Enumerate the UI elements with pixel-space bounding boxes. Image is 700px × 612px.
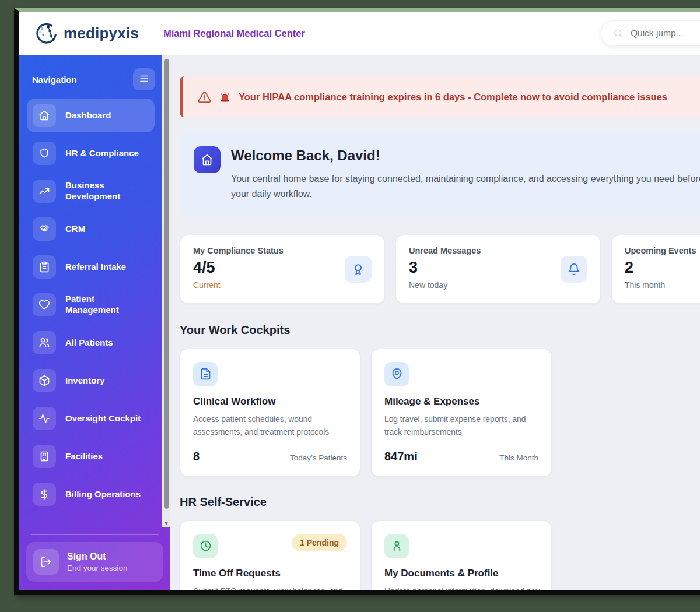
nav-item-icon [33, 180, 56, 203]
scrollbar-thumb[interactable] [164, 59, 169, 509]
desktop-background: medipyxis Miami Regional Medical Center … [0, 0, 700, 612]
card-title: My Documents & Profile [384, 568, 538, 579]
log-out-icon [33, 549, 59, 575]
nav-item-label: Business Development [65, 180, 149, 202]
stat-value: 2 [625, 259, 700, 277]
stat-icon [561, 256, 587, 283]
menu-icon [139, 73, 149, 86]
hr-card[interactable]: 1 Pending Time Off Requests Submit PTO r… [180, 520, 360, 590]
search-placeholder: Quick jump... [631, 28, 683, 38]
sidebar-nav-item[interactable]: Oversight Cockpit [27, 402, 155, 435]
app-header: medipyxis Miami Regional Medical Center … [19, 12, 700, 55]
nav-item-icon [33, 331, 56, 354]
medipyxis-logo-icon [34, 21, 59, 45]
nav-item-label: Referral Intake [65, 262, 126, 273]
card-title: Clinical Workflow [193, 396, 347, 407]
nav-item-icon [33, 255, 56, 279]
sidebar-divider [31, 534, 159, 535]
card-stat-value: 8 [193, 450, 200, 463]
stats-row: My Compliance Status 4/5 Current Unread … [180, 235, 700, 304]
card-description: Log travel, submit expense reports, and … [384, 413, 544, 439]
sidebar-nav-item[interactable]: Facilities [27, 439, 155, 473]
main-content: Your HIPAA compliance training expires i… [170, 55, 700, 590]
card-description: Submit PTO requests, view balances, and … [193, 585, 353, 590]
stat-sub-label: This month [625, 280, 700, 290]
sign-out-button[interactable]: Sign Out End your session [26, 542, 163, 582]
card-stat-value: 847mi [384, 450, 418, 463]
hr-card[interactable]: My Documents & Profile Update personal i… [371, 520, 552, 590]
organization-name: Miami Regional Medical Center [163, 28, 305, 39]
pending-badge: 1 Pending [292, 534, 347, 551]
stat-card[interactable]: Unread Messages 3 New today [396, 235, 601, 304]
sidebar-nav-item[interactable]: Patient Management [27, 288, 155, 322]
stat-card[interactable]: My Compliance Status 4/5 Current [180, 235, 385, 304]
nav-item-label: CRM [65, 224, 85, 235]
card-stat-label: Today’s Patients [290, 453, 347, 462]
stat-sub-label: New today [409, 280, 587, 290]
sidebar-nav-item[interactable]: Dashboard [27, 99, 155, 132]
sidebar-nav: Dashboard HR & Compliance Business Devel… [27, 99, 155, 511]
card-description: Update personal information, download pa… [384, 585, 544, 590]
sidebar-header: Navigation [19, 55, 170, 90]
stat-icon [345, 256, 372, 283]
nav-item-label: All Patients [65, 337, 113, 349]
body-row: Navigation Dashboard HR & Compliance [19, 55, 700, 590]
home-icon [194, 146, 220, 173]
sidebar-nav-item[interactable]: Inventory [27, 364, 155, 398]
quick-jump-search[interactable]: Quick jump... [601, 20, 700, 46]
sidebar-nav-item[interactable]: Business Development [27, 174, 155, 208]
nav-item-icon [33, 445, 56, 468]
stat-card[interactable]: Upcoming Events 2 This month [611, 235, 700, 304]
sidebar: Navigation Dashboard HR & Compliance [19, 55, 170, 590]
card-stat-label: This Month [499, 453, 538, 462]
sidebar-nav-item[interactable]: CRM [27, 212, 155, 246]
card-icon [384, 362, 409, 386]
nav-item-icon [33, 407, 56, 430]
cockpit-card[interactable]: Clinical Workflow Access patient schedul… [180, 349, 360, 477]
section-title-work-cockpits: Your Work Cockpits [180, 323, 700, 337]
navigation-label: Navigation [32, 75, 77, 85]
card-footer: 8 Today’s Patients [193, 450, 347, 463]
welcome-body: Your central home base for staying conne… [231, 171, 700, 202]
menu-toggle-button[interactable] [133, 68, 155, 90]
sidebar-scrollbar[interactable]: ▼ [162, 55, 170, 527]
nav-item-icon [33, 293, 56, 316]
nav-item-icon [33, 104, 56, 127]
nav-item-label: Dashboard [65, 110, 111, 121]
nav-item-label: Inventory [65, 375, 105, 386]
nav-item-label: Facilities [65, 451, 103, 462]
hipaa-compliance-alert[interactable]: Your HIPAA compliance training expires i… [180, 76, 700, 117]
card-description: Access patient schedules, wound assessme… [193, 413, 353, 439]
sign-out-label: Sign Out [67, 551, 128, 562]
alert-text: Your HIPAA compliance training expires i… [239, 92, 667, 103]
card-icon [193, 362, 218, 386]
sidebar-footer: Sign Out End your session [19, 534, 170, 590]
nav-item-icon [33, 217, 56, 241]
stat-sub-label: Current [193, 280, 372, 290]
nav-item-icon [33, 483, 56, 506]
card-footer: 847mi This Month [384, 450, 538, 463]
work-cockpits-row: Clinical Workflow Access patient schedul… [180, 349, 700, 477]
stat-label: Unread Messages [409, 246, 587, 255]
card-title: Mileage & Expenses [384, 396, 538, 407]
card-icon [193, 534, 218, 558]
content-column: Your HIPAA compliance training expires i… [180, 76, 700, 590]
sign-out-subtitle: End your session [67, 564, 128, 572]
nav-item-label: Billing Operations [65, 489, 141, 500]
sidebar-nav-item[interactable]: All Patients [27, 326, 155, 360]
nav-item-label: Patient Management [65, 294, 149, 316]
nav-item-label: Oversight Cockpit [65, 413, 141, 424]
sidebar-nav-item[interactable]: HR & Compliance [27, 136, 155, 170]
stat-label: My Compliance Status [193, 246, 372, 255]
sidebar-nav-item[interactable]: Billing Operations [27, 477, 155, 511]
scrollbar-down-arrow[interactable]: ▼ [162, 520, 170, 527]
welcome-banner: Welcome Back, David! Your central home b… [180, 131, 700, 217]
card-title: Time Off Requests [193, 568, 347, 579]
card-icon [384, 534, 409, 558]
alert-triangle-icon [198, 90, 211, 104]
cockpit-card[interactable]: Mileage & Expenses Log travel, submit ex… [371, 349, 552, 477]
siren-icon [219, 91, 231, 103]
stat-label: Upcoming Events [625, 246, 700, 255]
app-window: medipyxis Miami Regional Medical Center … [14, 8, 700, 595]
sidebar-nav-item[interactable]: Referral Intake [27, 250, 155, 284]
